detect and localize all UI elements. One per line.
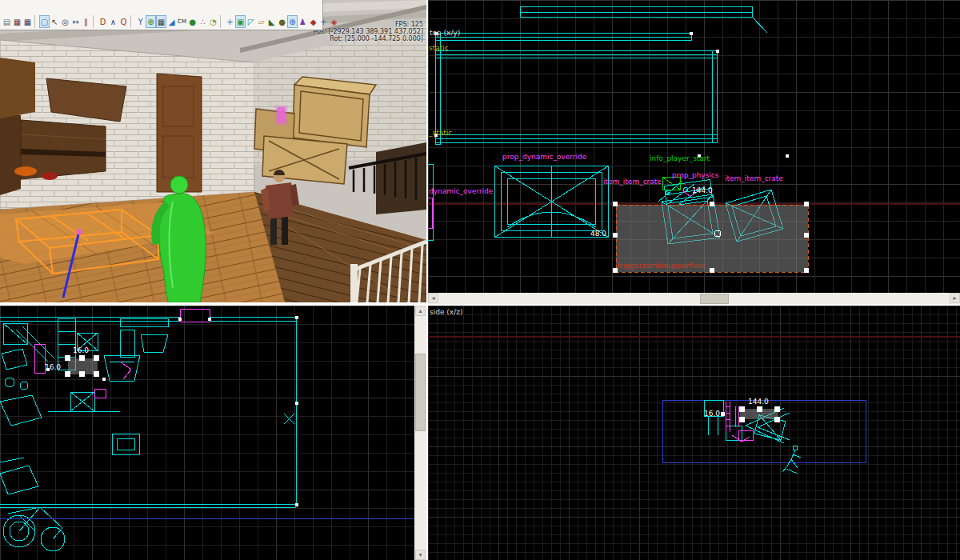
pointer-tool-icon: ↖: [51, 18, 58, 26]
toolbar-button-connect-select[interactable]: +: [225, 15, 235, 28]
run-map-icon: ◈: [331, 18, 338, 26]
toolbar-button-select-touching[interactable]: ◸: [246, 15, 256, 28]
couch-prop-wireframe[interactable]: [495, 166, 609, 238]
toolbar-button-hollow-tool[interactable]: ∧: [108, 15, 118, 28]
entity-label-static-1: static: [429, 44, 449, 52]
toolbar-button-helpers-toggle[interactable]: ⊕: [146, 15, 156, 28]
sound-toggle-icon: ◔: [210, 18, 217, 26]
hide-selected-icon: ◣: [269, 18, 275, 26]
hammer-editor-window: FPS: 125 Pos: [-2929.143 389.391 437.052…: [0, 0, 960, 560]
center-door: [157, 74, 202, 192]
load-pointfile-icon: ◆: [310, 18, 317, 26]
rot-readout: Rot: [25.000 -144.725 0.000]: [314, 35, 423, 42]
toggle-grid-icon: ▤: [3, 18, 10, 26]
vscroll-thumb[interactable]: [415, 354, 426, 431]
side-view-canvas: [428, 306, 960, 560]
select-touching-icon: ◸: [248, 18, 254, 26]
toolbar-button-compile[interactable]: +: [318, 15, 329, 28]
top-view-canvas: [428, 0, 960, 293]
measurement-16-top: 16.0: [73, 346, 89, 354]
viewport-top-xy[interactable]: top (x/y) static _static dynamic_overrid…: [428, 0, 960, 293]
scroll-left-button[interactable]: ◂: [428, 293, 438, 303]
toolbar-button-pointer-tool[interactable]: ↖: [50, 15, 60, 28]
compile-icon: +: [320, 18, 326, 26]
toolbar-button-hide-unselected[interactable]: ●: [277, 15, 287, 28]
pencil-tool-icon: ∥: [84, 18, 88, 26]
entity-label-info-player-start: info_player_start: [650, 154, 710, 162]
toolbar-button-cordon-toggle[interactable]: ▣: [235, 15, 246, 28]
scroll-up-button[interactable]: ▴: [415, 306, 426, 316]
hide-unselected-icon: ●: [278, 18, 286, 26]
toolbar-button-grid3d-toggle[interactable]: ▦: [156, 15, 166, 28]
toolbar-button-player-start[interactable]: ♟: [298, 15, 308, 28]
toolbar-button-load-pointfile[interactable]: ◆: [308, 15, 318, 28]
toolbar-button-scale-tool[interactable]: ↔: [70, 15, 81, 28]
toolbar-button-visgroup-folder[interactable]: ▱: [256, 15, 266, 28]
connect-select-icon: +: [226, 18, 233, 26]
entity-label-prop-dynamic-override: prop_dynamic_override: [502, 153, 586, 161]
scene-3d-canvas: [0, 0, 426, 302]
top-view-hscrollbar[interactable]: ◂ ▸: [428, 293, 960, 304]
pos-readout: Pos: [-2929.143 389.391 437.052]: [314, 28, 423, 35]
hollow-tool-icon: ∧: [110, 18, 116, 26]
toolbar-button-hide-selected[interactable]: ◣: [266, 15, 277, 28]
toolbar-button-pencil-tool[interactable]: ∥: [81, 15, 91, 28]
grid-larger-icon: ▦: [24, 18, 31, 26]
zombie-side-wireframe[interactable]: [782, 446, 801, 474]
entity-label-item-crate-2: item_item_crate: [725, 174, 783, 182]
helpers-toggle-icon: ⊕: [147, 18, 154, 26]
toolbar-button-grid-smaller[interactable]: ▦: [12, 15, 22, 28]
measurement-144: 144.0: [748, 398, 769, 406]
hscroll-thumb[interactable]: [700, 294, 729, 304]
front-view-vscrollbar[interactable]: ▴ ▾: [414, 306, 426, 560]
player-start-icon: ♟: [299, 18, 306, 26]
toolbar-button-carve-tool[interactable]: D: [98, 15, 108, 28]
detail-toggle-icon: ◢: [169, 18, 175, 26]
entity-fragments-magenta: [35, 310, 210, 398]
grid3d-toggle-icon: ▦: [158, 18, 165, 26]
toolbar-button-detail-toggle[interactable]: ◢: [166, 15, 177, 28]
scale-tool-icon: ↔: [72, 18, 78, 26]
toolbar-button-group-tool[interactable]: Q: [118, 15, 129, 28]
toolbar-button-foliage-toggle[interactable]: ●: [187, 15, 198, 28]
carve-tool-icon: D: [100, 18, 106, 26]
toolbar-icons: ▤▦▦▢↖◎↔∥D∧QY⊕▦◢CM●∴◔+▣◸▱◣●⊕♟◆+◈: [2, 15, 339, 28]
toolbar-button-particles-toggle[interactable]: ∴: [198, 15, 208, 28]
selection-tool-icon: ▢: [41, 18, 48, 26]
pointfile-tool-icon: Y: [138, 18, 142, 26]
front-view-canvas: [0, 306, 414, 560]
toolbar-button-run-map[interactable]: ◈: [329, 15, 339, 28]
entity-label-item-crate-1: item_item_crate: [603, 178, 662, 186]
magnify-tool-icon: ◎: [62, 18, 69, 26]
toolbar-button-cm-toggle[interactable]: CM: [177, 15, 187, 28]
viewport-label-side: side (x/z): [430, 308, 462, 316]
particles-toggle-icon: ∴: [200, 18, 205, 26]
room-boundary-wireframe: [0, 317, 297, 508]
toolbar-button-grid-larger[interactable]: ▦: [22, 15, 33, 28]
viewport-front-2d[interactable]: 16.0 16.0: [0, 306, 414, 560]
trigger-name-label: triggerzombieupperfloor: [618, 262, 706, 270]
measurement-16: 16.0: [704, 410, 720, 418]
toolbar-button-magnify-tool[interactable]: ◎: [60, 15, 70, 28]
toolbar-button-sound-toggle[interactable]: ◔: [208, 15, 218, 28]
prop-cluster-wireframes[interactable]: [0, 319, 294, 455]
entity-label-prop-physics: prop_physics: [672, 171, 719, 179]
measurement-144: 144.0: [692, 186, 713, 194]
viewport-3d[interactable]: FPS: 125 Pos: [-2929.143 389.391 437.052…: [0, 0, 426, 302]
entity-label-static-2: _static: [429, 129, 452, 137]
grid-smaller-icon: ▦: [14, 18, 21, 26]
scroll-right-button[interactable]: ▸: [950, 293, 960, 303]
measurement-16-left: 16.0: [45, 363, 61, 371]
toolbar-button-radius-culling[interactable]: ⊕: [287, 15, 298, 28]
radius-culling-icon: ⊕: [289, 18, 295, 26]
viewport-side-xz[interactable]: side (x/z) 144.0 16.0: [428, 306, 960, 560]
pink-sprite: [274, 105, 288, 126]
scroll-down-button[interactable]: ▾: [415, 550, 426, 560]
group-tool-icon: Q: [121, 18, 127, 26]
toolbar-button-pointfile-tool[interactable]: Y: [135, 15, 146, 28]
toolbar-button-selection-tool[interactable]: ▢: [39, 15, 50, 28]
viewport-label-top: top (x/y): [430, 29, 460, 37]
cordon-toggle-icon: ▣: [237, 18, 244, 26]
toolbar-button-toggle-grid[interactable]: ▤: [2, 15, 12, 28]
foliage-toggle-icon: ●: [189, 18, 196, 26]
